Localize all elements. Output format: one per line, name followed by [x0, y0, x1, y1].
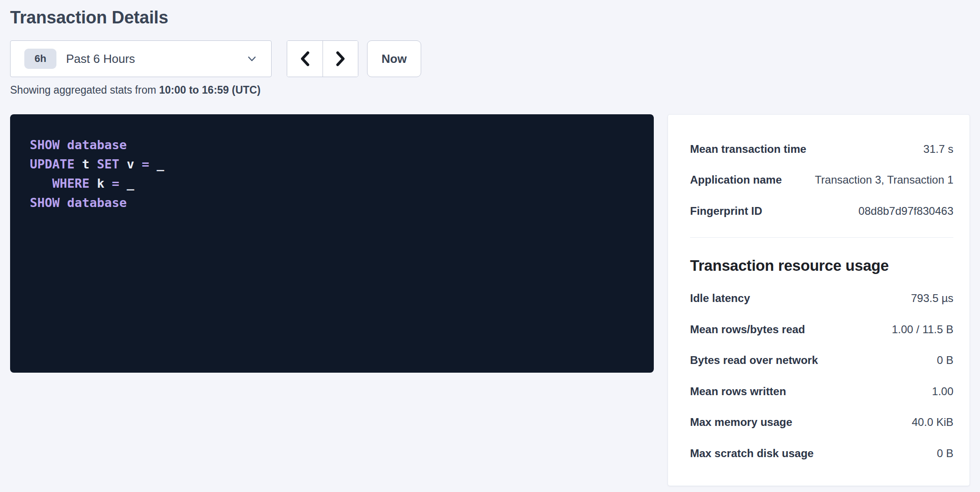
chevron-left-icon [298, 50, 312, 67]
stat-label: Max scratch disk usage [690, 447, 813, 460]
stat-label: Bytes read over network [690, 354, 818, 367]
stat-row: Max scratch disk usage0 B [690, 438, 953, 469]
time-nav-group [287, 40, 358, 77]
next-time-button[interactable] [323, 41, 358, 77]
page-title: Transaction Details [10, 6, 970, 28]
stat-label: Mean rows written [690, 385, 786, 398]
stat-label: Idle latency [690, 292, 750, 305]
stat-label: Mean transaction time [690, 143, 806, 156]
aggregation-summary: Showing aggregated stats from 10:00 to 1… [10, 84, 970, 96]
sql-statement-text: SHOW databaseUPDATE t SET v = _ WHERE k … [10, 114, 654, 212]
sql-line: SHOW database [30, 135, 645, 155]
stat-row: Idle latency793.5 µs [690, 283, 953, 314]
sql-statement-box: SHOW databaseUPDATE t SET v = _ WHERE k … [10, 114, 654, 373]
stat-value: 0 B [937, 447, 953, 460]
stat-value: 0 B [937, 354, 953, 367]
main-content-row: SHOW databaseUPDATE t SET v = _ WHERE k … [10, 114, 970, 486]
stat-row: Fingerprint ID08d8b7d97f830463 [690, 196, 953, 227]
time-range-badge: 6h [24, 49, 56, 69]
transaction-stats-list: Mean transaction time31.7 sApplication n… [690, 134, 953, 227]
stat-label: Application name [690, 173, 782, 186]
stat-label: Fingerprint ID [690, 205, 762, 218]
stat-row: Mean rows written1.00 [690, 376, 953, 407]
stat-label: Max memory usage [690, 416, 792, 429]
sql-line: WHERE k = _ [30, 174, 645, 193]
chevron-down-icon [246, 53, 257, 64]
stat-label: Mean rows/bytes read [690, 323, 805, 336]
stat-row: Mean transaction time31.7 s [690, 134, 953, 165]
prev-time-button[interactable] [287, 41, 323, 77]
stat-value: 793.5 µs [911, 292, 953, 305]
resource-usage-section-title: Transaction resource usage [690, 257, 953, 274]
time-picker-toolbar: 6h Past 6 Hours Now [10, 40, 970, 77]
transaction-details-page: Transaction Details 6h Past 6 Hours Now … [0, 0, 980, 486]
sql-line: SHOW database [30, 193, 645, 212]
now-button[interactable]: Now [367, 40, 421, 77]
aggregation-summary-prefix: Showing aggregated stats from [10, 84, 159, 96]
stat-row: Max memory usage40.0 KiB [690, 407, 953, 438]
stat-value: 40.0 KiB [912, 416, 953, 429]
time-range-dropdown[interactable]: 6h Past 6 Hours [10, 40, 272, 77]
stat-value: Transaction 3, Transaction 1 [815, 173, 953, 186]
stat-value: 1.00 / 11.5 B [892, 323, 953, 336]
stat-value: 08d8b7d97f830463 [858, 205, 953, 218]
card-divider [690, 237, 953, 238]
stat-row: Bytes read over network0 B [690, 345, 953, 376]
transaction-summary-card: Mean transaction time31.7 sApplication n… [668, 114, 970, 486]
chevron-right-icon [334, 50, 347, 67]
aggregation-summary-range: 10:00 to 16:59 (UTC) [159, 84, 261, 96]
time-range-label: Past 6 Hours [66, 52, 135, 66]
stat-row: Mean rows/bytes read1.00 / 11.5 B [690, 314, 953, 345]
resource-usage-list: Idle latency793.5 µsMean rows/bytes read… [690, 283, 953, 469]
stat-value: 31.7 s [924, 143, 953, 156]
stat-row: Application nameTransaction 3, Transacti… [690, 165, 953, 196]
sql-line: UPDATE t SET v = _ [30, 155, 645, 174]
stat-value: 1.00 [932, 385, 953, 398]
